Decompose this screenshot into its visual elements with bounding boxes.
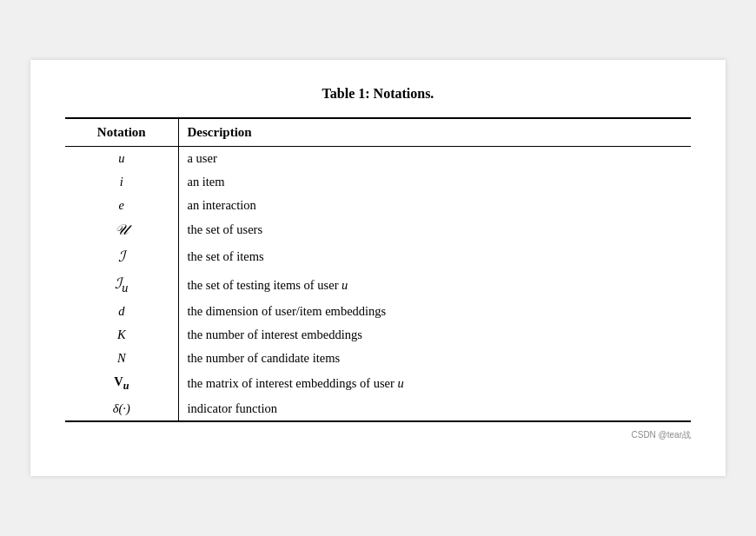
description-cell: the number of candidate items <box>178 347 691 370</box>
description-cell: the dimension of user/item embeddings <box>178 300 691 323</box>
notation-cell: d <box>65 300 178 323</box>
notation-cell: u <box>65 146 178 170</box>
notation-cell: e <box>65 194 178 217</box>
description-cell: an item <box>178 170 691 194</box>
table-header-row: Notation Description <box>65 118 691 147</box>
watermark: CSDN @tear战 <box>65 429 691 441</box>
table-row: Nthe number of candidate items <box>65 347 691 370</box>
table-row: Kthe number of interest embeddings <box>65 323 691 347</box>
notation-cell: δ(·) <box>65 397 178 421</box>
table-row: ℐuthe set of testing items of user u <box>65 270 691 300</box>
description-cell: the matrix of interest embeddings of use… <box>178 370 691 397</box>
notation-cell: 𝒰 <box>65 217 178 243</box>
table-row: Vuthe matrix of interest embeddings of u… <box>65 370 691 397</box>
description-cell: the set of testing items of user u <box>178 270 691 300</box>
notation-cell: ℐ <box>65 243 178 270</box>
table-title: Table 1: Notations. <box>65 86 691 102</box>
notation-cell: i <box>65 170 178 194</box>
notation-cell: Vu <box>65 370 178 397</box>
description-cell: the set of users <box>178 217 691 243</box>
table-row: dthe dimension of user/item embeddings <box>65 300 691 323</box>
table-row: ean interaction <box>65 194 691 217</box>
table-row: 𝒰the set of users <box>65 217 691 243</box>
description-cell: the number of interest embeddings <box>178 323 691 347</box>
table-row: ℐthe set of items <box>65 243 691 270</box>
description-cell: the set of items <box>178 243 691 270</box>
table-row: ian item <box>65 170 691 194</box>
notation-cell: N <box>65 347 178 370</box>
notation-table: Notation Description ua userian itemean … <box>65 117 691 422</box>
page-container: Table 1: Notations. Notation Description… <box>30 60 726 476</box>
description-cell: indicator function <box>178 397 691 421</box>
description-cell: an interaction <box>178 194 691 217</box>
description-column-header: Description <box>178 118 691 147</box>
table-row: δ(·)indicator function <box>65 397 691 421</box>
notation-cell: K <box>65 323 178 347</box>
table-row: ua user <box>65 146 691 170</box>
notation-cell: ℐu <box>65 270 178 300</box>
notation-column-header: Notation <box>65 118 178 147</box>
description-cell: a user <box>178 146 691 170</box>
